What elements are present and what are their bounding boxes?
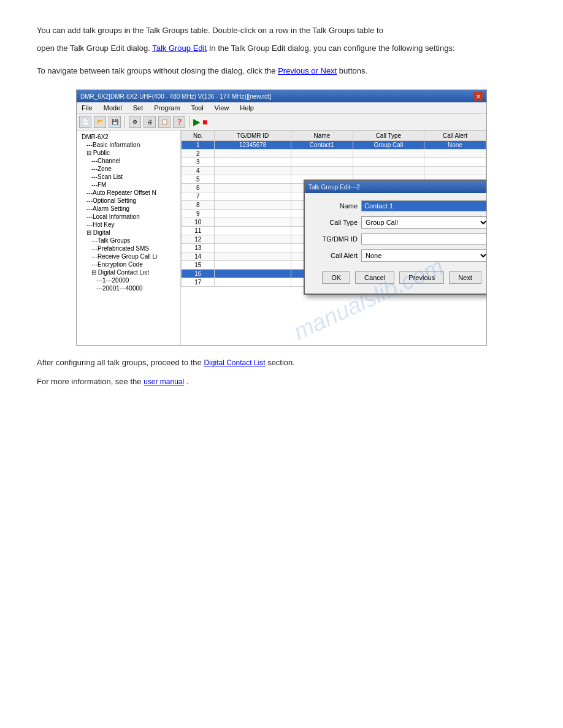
tree-1-20000[interactable]: ---1---20000: [77, 276, 180, 284]
prev-next-link[interactable]: Previous or Next: [278, 66, 337, 75]
cell-tg_id: 12345678: [215, 141, 291, 150]
tree-prefab-sms[interactable]: ---Prefabricated SMS: [77, 245, 180, 252]
cell-no: 14: [182, 252, 215, 261]
cell-call_type: Group Call: [353, 141, 424, 150]
tree-optional-setting[interactable]: ---Optional Setting: [77, 197, 180, 205]
tree-zone[interactable]: ---Zone: [77, 165, 180, 173]
talk-group-edit-link[interactable]: Talk Group Edit: [152, 44, 207, 53]
toolbar-btn5[interactable]: ❓: [173, 116, 185, 128]
toolbar-stop-icon[interactable]: ■: [202, 117, 207, 127]
dialog-next-button[interactable]: Next: [449, 271, 481, 284]
menu-help[interactable]: Help: [237, 104, 256, 112]
cell-no: 7: [182, 192, 215, 201]
dialog-name-input[interactable]: [361, 200, 486, 211]
tree-fm[interactable]: ---FM: [77, 181, 180, 189]
cell-tg_id: [215, 210, 291, 218]
cell-tg_id: [215, 218, 291, 227]
table-row[interactable]: 112345678Contact1Group CallNone: [182, 141, 486, 150]
col-call-alert: Call Alert: [424, 131, 486, 141]
cell-tg_id: [215, 167, 291, 175]
tree-alarm-setting[interactable]: ---Alarm Setting: [77, 205, 180, 213]
tree-channel[interactable]: ---Channel: [77, 157, 180, 165]
tree-basic-info[interactable]: ---Basic Information: [77, 141, 180, 149]
dialog-ok-button[interactable]: OK: [322, 271, 350, 284]
dialog-title: Talk Group Edit---2: [308, 184, 360, 191]
cell-no: 4: [182, 167, 215, 175]
toolbar-open[interactable]: 📂: [94, 116, 106, 128]
tree-local-info[interactable]: ---Local Information: [77, 213, 180, 221]
col-call-type: Call Type: [353, 131, 424, 141]
table-row[interactable]: 3: [182, 158, 486, 167]
tree-panel: DMR-6X2 ---Basic Information ⊟ Public --…: [77, 131, 181, 345]
cell-call_alert: [424, 167, 486, 175]
col-tg-id: TG/DMR ID: [215, 131, 291, 141]
cell-tg_id: [215, 278, 291, 287]
toolbar-btn4[interactable]: 📋: [158, 116, 170, 128]
cell-name: [291, 158, 353, 167]
tree-root[interactable]: DMR-6X2: [77, 133, 180, 141]
toolbar-start-icon[interactable]: ▶: [193, 117, 200, 127]
dialog-previous-button[interactable]: Previous: [399, 271, 444, 284]
toolbar-btn2[interactable]: ⚙: [129, 116, 141, 128]
cell-tg_id: [215, 244, 291, 252]
dialog-call-type-label: Call Type: [315, 219, 358, 226]
tree-public[interactable]: ⊟ Public: [77, 149, 180, 157]
toolbar-save[interactable]: 💾: [109, 116, 121, 128]
menu-program[interactable]: Program: [151, 104, 182, 112]
tree-digital-contact[interactable]: ⊟ Digital Contact List: [77, 268, 180, 276]
table-row[interactable]: 4: [182, 167, 486, 175]
cell-no: 17: [182, 278, 215, 287]
menu-tool[interactable]: Tool: [188, 104, 205, 112]
user-manual-link[interactable]: user manual: [144, 377, 184, 386]
tree-scan-list[interactable]: ---Scan List: [77, 173, 180, 181]
cell-no: 2: [182, 150, 215, 158]
tree-20001-40000[interactable]: ---20001---40000: [77, 284, 180, 292]
talk-group-edit-dialog: Talk Group Edit---2 ✕ Name Call Type Gro…: [304, 180, 486, 295]
cell-no: 11: [182, 227, 215, 235]
menu-file[interactable]: File: [79, 104, 95, 112]
toolbar-separator2: [189, 116, 190, 127]
cell-no: 13: [182, 244, 215, 252]
dialog-buttons: OK Cancel Previous Next: [315, 267, 486, 286]
paragraph1b: open the Talk Group Edit dialog. Talk Gr…: [37, 42, 526, 55]
tree-receive-group[interactable]: ---Receive Group Call Li: [77, 252, 180, 260]
tree-digital[interactable]: ⊟ Digital: [77, 229, 180, 237]
paragraph3: To navigate between talk groups without …: [37, 65, 526, 78]
tree-talk-groups[interactable]: ---Talk Groups: [77, 237, 180, 245]
table-row[interactable]: 2: [182, 150, 486, 158]
cell-no: 16: [182, 270, 215, 278]
dialog-call-alert-select[interactable]: None Ring Online Alert: [361, 249, 486, 262]
cell-tg_id: [215, 227, 291, 235]
menu-view[interactable]: View: [212, 104, 232, 112]
dialog-call-type-select[interactable]: Group Call Private Call All Call: [361, 216, 486, 229]
cell-call_type: [353, 167, 424, 175]
cell-no: 6: [182, 184, 215, 192]
toolbar: 📄 📂 💾 ⚙ 🖨 📋 ❓ ▶ ■: [77, 114, 486, 131]
cell-tg_id: [215, 175, 291, 184]
tree-auto-repeater[interactable]: ---Auto Repeater Offset N: [77, 189, 180, 197]
dialog-tg-input[interactable]: [361, 233, 486, 245]
tree-encryption[interactable]: ---Encryption Code: [77, 260, 180, 268]
window-close-button[interactable]: ✕: [474, 92, 483, 100]
digital-contact-list-link[interactable]: Digital Contact List: [204, 358, 265, 367]
cell-name: [291, 150, 353, 158]
menu-model[interactable]: Model: [101, 104, 124, 112]
cell-no: 1: [182, 141, 215, 150]
cell-no: 15: [182, 261, 215, 270]
dialog-tg-label: TG/DMR ID: [315, 235, 358, 243]
window-title: DMR_6X2[DMR-6X2-UHF(400 - 480 MHz) V(136…: [80, 93, 271, 100]
dialog-cancel-button[interactable]: Cancel: [355, 271, 394, 284]
cell-no: 10: [182, 218, 215, 227]
cell-name: [291, 167, 353, 175]
dialog-titlebar: Talk Group Edit---2 ✕: [305, 181, 486, 193]
cell-call_alert: None: [424, 141, 486, 150]
cell-name: Contact1: [291, 141, 353, 150]
col-name: Name: [291, 131, 353, 141]
cell-tg_id: [215, 192, 291, 201]
dialog-tg-field: TG/DMR ID: [315, 233, 486, 245]
menu-set[interactable]: Set: [131, 104, 146, 112]
tree-hot-key[interactable]: ---Hot Key: [77, 221, 180, 229]
toolbar-new[interactable]: 📄: [79, 116, 91, 128]
toolbar-btn3[interactable]: 🖨: [144, 116, 156, 128]
cell-tg_id: [215, 270, 291, 278]
